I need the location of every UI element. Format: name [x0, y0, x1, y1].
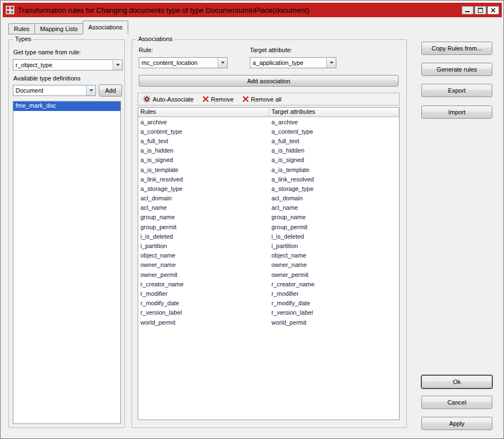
remove-all-x-icon	[243, 96, 249, 102]
table-row[interactable]: acl_domainacl_domain	[138, 194, 399, 203]
rule-cell: owner_permit	[138, 271, 269, 278]
table-row[interactable]: a_storage_typea_storage_type	[138, 184, 399, 193]
target-cell: group_name	[269, 214, 399, 220]
window-title: Transformation rules for Changing docume…	[18, 6, 458, 14]
list-item[interactable]: fme_mark_doc	[13, 102, 120, 111]
auto-associate-label: Auto-Associate	[153, 96, 194, 103]
rule-cell: r_creator_name	[138, 281, 269, 287]
target-cell: r_modifier	[269, 290, 399, 297]
table-row[interactable]: i_partitioni_partition	[138, 241, 399, 250]
rule-cell: r_modify_date	[138, 300, 269, 306]
window-controls	[462, 6, 499, 14]
associations-toolbar: Auto-Associate Remove Remove all	[138, 93, 400, 105]
rule-cell: owner_name	[138, 261, 269, 268]
export-button[interactable]: Export	[421, 84, 492, 97]
chevron-down-icon[interactable]	[326, 58, 336, 68]
associations-table-header: Rules Target attributes	[138, 108, 399, 117]
rule-cell: a_archive	[138, 119, 269, 125]
chevron-down-icon[interactable]	[86, 85, 95, 95]
table-row[interactable]: a_link_resolveda_link_resolved	[138, 174, 399, 184]
table-row[interactable]: group_namegroup_name	[138, 213, 399, 222]
target-cell: a_is_hidden	[269, 147, 399, 154]
target-attribute-combobox-value: a_application_type	[250, 58, 326, 68]
target-cell: i_is_deleted	[269, 233, 399, 240]
available-type-definitions-label: Available type definitions	[13, 75, 80, 82]
target-cell: a_is_signed	[269, 157, 399, 163]
table-row[interactable]: a_archivea_archive	[138, 117, 399, 127]
remove-all-label: Remove all	[251, 96, 281, 103]
types-group: Types Get type name from rule: r_object_…	[8, 39, 125, 428]
remove-all-button[interactable]: Remove all	[241, 94, 283, 104]
gear-icon	[143, 95, 150, 103]
target-cell: a_archive	[269, 119, 399, 125]
close-button[interactable]	[487, 6, 499, 14]
table-row[interactable]: a_is_hiddena_is_hidden	[138, 146, 399, 155]
target-cell: i_partition	[269, 243, 399, 249]
apply-button[interactable]: Apply	[421, 417, 492, 430]
generate-rules-button[interactable]: Generate rules	[421, 63, 492, 76]
target-attributes-column-header[interactable]: Target attributes	[269, 108, 399, 117]
rule-combobox[interactable]: mc_content_location	[139, 57, 228, 68]
target-attribute-label: Target attribute:	[250, 47, 292, 53]
app-icon	[6, 6, 14, 14]
target-cell: acl_domain	[269, 195, 399, 201]
rule-cell: r_version_label	[138, 309, 269, 316]
rules-column-header[interactable]: Rules	[138, 108, 269, 117]
chevron-down-icon[interactable]	[113, 60, 122, 70]
rule-cell: group_name	[138, 214, 269, 220]
import-button[interactable]: Import	[421, 105, 492, 119]
rule-cell: r_modifier	[138, 290, 269, 297]
table-row[interactable]: a_content_typea_content_type	[138, 127, 399, 136]
cancel-button[interactable]: Cancel	[421, 396, 492, 409]
target-cell: r_creator_name	[269, 281, 399, 287]
table-row[interactable]: r_modify_dater_modify_date	[138, 299, 399, 308]
table-row[interactable]: r_modifierr_modifier	[138, 289, 399, 298]
dialog-window: Transformation rules for Changing docume…	[0, 0, 504, 439]
rule-label: Rule:	[139, 47, 153, 53]
table-row[interactable]: a_is_signeda_is_signed	[138, 155, 399, 165]
table-row[interactable]: owner_permitowner_permit	[138, 270, 399, 279]
maximize-button[interactable]	[475, 6, 486, 14]
target-cell: a_storage_type	[269, 185, 399, 192]
auto-associate-button[interactable]: Auto-Associate	[142, 94, 195, 104]
target-attribute-combobox[interactable]: a_application_type	[250, 57, 336, 68]
titlebar[interactable]: Transformation rules for Changing docume…	[3, 3, 502, 17]
associations-table-body: a_archivea_archivea_content_typea_conten…	[138, 117, 399, 420]
chevron-down-icon[interactable]	[218, 58, 227, 68]
rule-cell: object_name	[138, 252, 269, 259]
associations-group: Associations Rule: mc_content_location T…	[132, 39, 407, 428]
associations-table: Rules Target attributes a_archivea_archi…	[138, 107, 400, 420]
table-row[interactable]: group_permitgroup_permit	[138, 222, 399, 231]
add-association-button[interactable]: Add association	[139, 75, 399, 87]
type-definition-combobox[interactable]: Document	[13, 85, 96, 96]
table-row[interactable]: owner_nameowner_name	[138, 260, 399, 270]
table-row[interactable]: a_full_texta_full_text	[138, 136, 399, 145]
copy-rules-from-button[interactable]: Copy Rules from...	[421, 42, 492, 55]
add-type-button[interactable]: Add	[99, 84, 122, 97]
table-row[interactable]: object_nameobject_name	[138, 251, 399, 260]
remove-label: Remove	[211, 96, 234, 103]
remove-button[interactable]: Remove	[201, 94, 235, 104]
table-row[interactable]: acl_nameacl_name	[138, 203, 399, 213]
tab-associations[interactable]: Associations	[83, 21, 128, 34]
rule-cell: a_link_resolved	[138, 176, 269, 183]
target-cell: a_link_resolved	[269, 176, 399, 183]
remove-x-icon	[203, 96, 209, 102]
table-row[interactable]: r_creator_namer_creator_name	[138, 279, 399, 289]
table-row[interactable]: a_is_templatea_is_template	[138, 165, 399, 174]
type-definitions-list[interactable]: fme_mark_doc	[13, 101, 121, 424]
ok-button[interactable]: Ok	[421, 375, 492, 388]
types-group-label: Types	[13, 36, 33, 42]
target-cell: object_name	[269, 252, 399, 259]
target-cell: owner_name	[269, 261, 399, 268]
target-cell: r_version_label	[269, 309, 399, 316]
minimize-button[interactable]	[462, 6, 473, 14]
table-row[interactable]: world_permitworld_permit	[138, 317, 399, 327]
tab-rules[interactable]: Rules	[8, 23, 35, 34]
table-row[interactable]: r_version_labelr_version_label	[138, 308, 399, 317]
type-rule-combobox[interactable]: r_object_type	[13, 59, 123, 70]
target-cell: a_is_template	[269, 166, 399, 173]
tab-mapping-lists[interactable]: Mapping Lists	[34, 23, 83, 34]
table-row[interactable]: i_is_deletedi_is_deleted	[138, 231, 399, 241]
target-cell: r_modify_date	[269, 300, 399, 306]
